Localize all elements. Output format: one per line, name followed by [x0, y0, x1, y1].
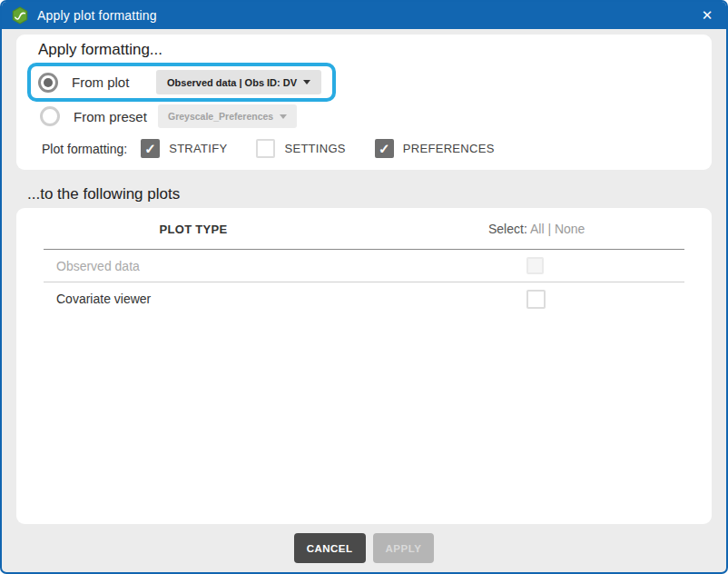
- from-preset-option-row: From preset Greyscale_Preferences: [27, 104, 701, 128]
- from-plot-dropdown-value: Observed data | Obs ID: DV: [167, 77, 297, 88]
- plot-formatting-option-settings: SETTINGS: [256, 139, 363, 158]
- close-icon[interactable]: ✕: [697, 5, 717, 25]
- window-title: Apply plot formatting: [37, 8, 157, 23]
- plot-type-column-header: PLOT TYPE: [44, 223, 343, 236]
- from-preset-radio[interactable]: [40, 106, 60, 126]
- footer: CANCEL APPLY: [16, 533, 712, 565]
- select-group: Select: All | None: [488, 222, 585, 236]
- table-row-observed-data: Observed data: [44, 250, 684, 282]
- apply-from-card: Apply formatting... From plot Observed d…: [16, 35, 712, 170]
- titlebar: Apply plot formatting ✕: [2, 2, 726, 29]
- stratify-label: STRATIFY: [169, 142, 227, 155]
- from-plot-option-highlight: From plot Observed data | Obs ID: DV: [27, 63, 336, 102]
- from-plot-dropdown[interactable]: Observed data | Obs ID: DV: [156, 70, 321, 94]
- settings-checkbox[interactable]: [256, 139, 275, 158]
- preferences-checkbox[interactable]: [375, 139, 394, 158]
- caret-down-icon: [303, 80, 310, 84]
- covariate-viewer-checkbox[interactable]: [526, 290, 546, 309]
- from-preset-dropdown[interactable]: Greyscale_Preferences: [158, 104, 297, 128]
- from-plot-label: From plot: [72, 74, 152, 90]
- table-header: PLOT TYPE Select: All | None: [44, 208, 684, 250]
- apply-from-heading: Apply formatting...: [27, 39, 701, 63]
- plot-formatting-row: Plot formatting: STRATIFY SETTINGS PREFE…: [42, 139, 701, 158]
- row-label: Covariate viewer: [44, 292, 151, 306]
- caret-down-icon: [280, 114, 287, 119]
- from-plot-radio[interactable]: [38, 73, 58, 93]
- from-preset-label: From preset: [74, 109, 153, 124]
- select-all-link[interactable]: All: [530, 222, 545, 236]
- plot-formatting-label: Plot formatting:: [42, 142, 127, 156]
- settings-label: SETTINGS: [284, 142, 345, 155]
- apply-plot-formatting-dialog: Apply plot formatting ✕ Apply formatting…: [0, 0, 728, 574]
- observed-data-checkbox: [526, 257, 544, 274]
- select-separator: |: [547, 222, 551, 236]
- select-none-link[interactable]: None: [555, 222, 585, 236]
- cancel-button[interactable]: CANCEL: [294, 533, 366, 563]
- apply-to-heading: ...to the following plots: [27, 185, 712, 203]
- app-logo-icon: [11, 6, 29, 25]
- plot-formatting-option-stratify: STRATIFY: [141, 139, 245, 158]
- apply-to-card: PLOT TYPE Select: All | None Observed da…: [16, 208, 712, 524]
- stratify-checkbox[interactable]: [141, 139, 160, 158]
- from-preset-dropdown-value: Greyscale_Preferences: [168, 111, 273, 122]
- row-label: Observed data: [44, 259, 140, 273]
- apply-button[interactable]: APPLY: [373, 533, 435, 563]
- dialog-body: Apply formatting... From plot Observed d…: [2, 29, 726, 572]
- select-label: Select:: [488, 222, 527, 236]
- table-row-covariate-viewer[interactable]: Covariate viewer: [44, 282, 684, 315]
- preferences-label: PREFERENCES: [403, 142, 495, 155]
- plot-formatting-option-preferences: PREFERENCES: [375, 139, 513, 158]
